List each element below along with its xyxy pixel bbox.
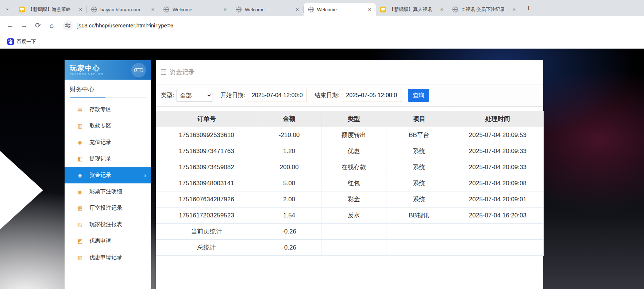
browser-tab[interactable]: 【新提醒】真人视讯× bbox=[376, 3, 448, 16]
column-header: 处理时间 bbox=[452, 111, 544, 127]
sidebar-subtitle: PLAYERS CENTER bbox=[70, 72, 103, 75]
withdraw-zone-icon: ▥ bbox=[76, 123, 84, 129]
chevron-right-icon: › bbox=[144, 172, 146, 179]
sidebar-item-deposit-zone[interactable]: ▤存款专区 bbox=[65, 101, 151, 118]
fund-records-table: 订单号金额类型项目处理时间 1751630992533610-210.00额度转… bbox=[156, 111, 544, 256]
finance-center-heading: 财务中心 bbox=[70, 85, 105, 98]
sidebar-item-player-bet-report[interactable]: ▨玩家投注报表 bbox=[65, 216, 151, 233]
globe-favicon-icon bbox=[452, 7, 458, 12]
table-cell: 2025-07-04 20:09:53 bbox=[452, 127, 544, 143]
table-cell: 200.00 bbox=[257, 159, 321, 175]
deposit-zone-icon: ▤ bbox=[76, 106, 84, 113]
table-cell: 1751630973459082 bbox=[156, 159, 257, 175]
recharge-records-icon: ◆ bbox=[76, 139, 84, 146]
browser-tab[interactable]: Welcome× bbox=[231, 3, 304, 16]
sidebar-item-label: 存款专区 bbox=[89, 106, 111, 113]
filter-bar: 类型: 全部 开始日期: 结束日期: 查询 bbox=[156, 84, 543, 107]
column-header: 订单号 bbox=[156, 111, 257, 127]
tab-close-icon[interactable]: × bbox=[77, 6, 84, 13]
tab-label: Welcome bbox=[173, 7, 219, 12]
table-cell: 2.00 bbox=[257, 191, 321, 208]
table-cell: 2025-07-04 16:20:03 bbox=[452, 208, 544, 224]
browser-tab-active[interactable]: Welcome× bbox=[304, 3, 376, 16]
sidebar-item-hall-bet-records[interactable]: ▦厅室投注记录 bbox=[65, 200, 151, 216]
tab-search-chevron-icon[interactable]: ⌄ bbox=[2, 3, 12, 13]
fund-records-icon: ◈ bbox=[76, 172, 84, 179]
tab-close-icon[interactable]: × bbox=[439, 6, 445, 13]
end-date-input[interactable] bbox=[342, 89, 401, 102]
reload-button[interactable]: ⟳ bbox=[31, 19, 45, 32]
table-row: 1751630973459082200.00在线存款系统2025-07-04 2… bbox=[156, 159, 544, 175]
table-cell: 总统计 bbox=[156, 240, 257, 256]
table-row: 当前页统计-0.26 bbox=[156, 224, 544, 240]
address-bar[interactable]: js13.cc/hhcp/usercenter.html?iniType=6 bbox=[59, 19, 640, 32]
table-cell: 1751630948003141 bbox=[156, 175, 257, 191]
sidebar-item-label: 彩票下注明细 bbox=[89, 188, 122, 195]
table-cell bbox=[452, 224, 544, 240]
table-row: 总统计-0.26 bbox=[156, 240, 544, 256]
sidebar-item-promo-apply[interactable]: ◩优惠申请 bbox=[65, 233, 151, 249]
hall-bet-records-icon: ▦ bbox=[76, 205, 84, 212]
tab-close-icon[interactable]: × bbox=[222, 6, 228, 13]
table-row: 17516076342879262.00彩金系统2025-07-04 20:09… bbox=[156, 191, 544, 208]
type-select[interactable]: 全部 bbox=[177, 89, 212, 102]
table-cell: 2025-07-04 20:09:01 bbox=[452, 191, 544, 208]
hamburger-menu-icon[interactable]: ☰ bbox=[160, 68, 166, 76]
page-title: 资金记录 bbox=[170, 68, 194, 76]
table-cell: -210.00 bbox=[257, 127, 321, 143]
tab-close-icon[interactable]: × bbox=[294, 6, 301, 13]
sidebar-item-promo-apply-records[interactable]: ▩优惠申请记录 bbox=[65, 249, 151, 266]
browser-tab[interactable]: 【新提醒】海燕策略× bbox=[15, 3, 87, 16]
browser-tab[interactable]: haiyan.hfanax.com× bbox=[87, 3, 159, 16]
chat-favicon-icon bbox=[380, 7, 386, 12]
tab-close-icon[interactable]: × bbox=[511, 6, 517, 13]
tab-label: 【新提醒】海燕策略 bbox=[28, 6, 74, 13]
forward-button[interactable]: → bbox=[18, 19, 31, 32]
table-cell: 红包 bbox=[321, 175, 386, 191]
table-cell: 在线存款 bbox=[321, 159, 386, 175]
gamepad-icon bbox=[131, 63, 146, 77]
player-center-sidebar: 玩家中心 PLAYERS CENTER 财务中心 ▤存款专区▥取款专区◆充值记录… bbox=[65, 60, 151, 289]
table-cell: BB视讯 bbox=[386, 208, 452, 224]
tab-label: :::视讯 会员下注纪录 bbox=[462, 6, 508, 13]
site-settings-icon[interactable] bbox=[63, 20, 73, 31]
table-cell: -0.26 bbox=[257, 240, 321, 256]
browser-tab[interactable]: :::视讯 会员下注纪录× bbox=[448, 3, 520, 16]
back-button[interactable]: ← bbox=[4, 19, 17, 32]
table-cell bbox=[321, 240, 386, 256]
chat-favicon-icon bbox=[19, 7, 25, 12]
url-text[interactable]: js13.cc/hhcp/usercenter.html?iniType=6 bbox=[77, 22, 173, 28]
sidebar-item-withdraw-records[interactable]: ◧提现记录 bbox=[65, 151, 151, 167]
sidebar-item-recharge-records[interactable]: ◆充值记录 bbox=[65, 134, 151, 151]
tab-close-icon[interactable]: × bbox=[366, 6, 373, 13]
sidebar-item-fund-records[interactable]: ◈资金记录› bbox=[65, 167, 151, 183]
globe-favicon-icon bbox=[163, 7, 169, 12]
sidebar-item-label: 厅室投注记录 bbox=[89, 205, 122, 212]
home-button[interactable]: ⌂ bbox=[45, 19, 58, 32]
new-tab-button[interactable]: + bbox=[523, 3, 534, 14]
table-cell: 1751630992533610 bbox=[156, 127, 257, 143]
table-cell bbox=[386, 224, 452, 240]
query-button[interactable]: 查询 bbox=[408, 89, 429, 102]
table-cell: -0.26 bbox=[257, 224, 321, 240]
table-cell: 1751607634287926 bbox=[156, 191, 257, 208]
sidebar-item-label: 充值记录 bbox=[89, 139, 111, 146]
sidebar-title: 玩家中心 bbox=[70, 65, 103, 72]
table-cell: 2025-07-04 20:09:33 bbox=[452, 159, 544, 175]
sidebar-item-label: 优惠申请 bbox=[89, 237, 111, 244]
table-cell: 系统 bbox=[386, 143, 452, 159]
sidebar-header: 玩家中心 PLAYERS CENTER bbox=[65, 60, 151, 80]
sidebar-item-label: 提现记录 bbox=[89, 155, 111, 162]
sidebar-item-withdraw-zone[interactable]: ▥取款专区 bbox=[65, 118, 151, 134]
browser-tab[interactable]: Welcome× bbox=[159, 3, 231, 16]
main-panel: ☰ 资金记录 类型: 全部 开始日期: 结束日期: 查询 订单号金额类型项目 bbox=[156, 60, 543, 289]
bookmark-baidu[interactable]: 百度一下 bbox=[4, 37, 39, 46]
lottery-bet-details-icon: ▣ bbox=[76, 189, 84, 195]
tab-label: Welcome bbox=[317, 7, 363, 12]
tab-close-icon[interactable]: × bbox=[150, 6, 156, 13]
start-date-input[interactable] bbox=[248, 89, 307, 102]
bookmark-label: 百度一下 bbox=[17, 38, 36, 45]
table-cell: 5.00 bbox=[257, 175, 321, 191]
table-row: 1751630992533610-210.00额度转出BB平台2025-07-0… bbox=[156, 127, 544, 143]
sidebar-item-lottery-bet-details[interactable]: ▣彩票下注明细 bbox=[65, 183, 151, 200]
